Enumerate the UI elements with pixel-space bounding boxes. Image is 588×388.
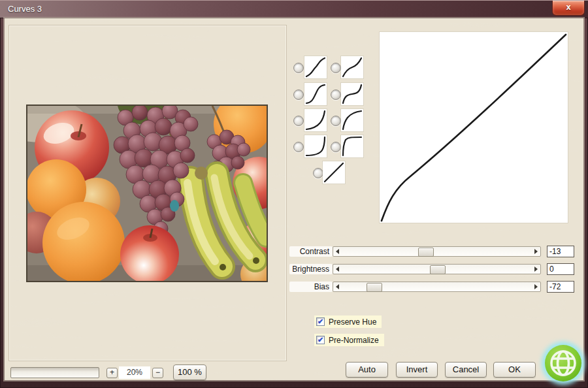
bias-value-field[interactable]: -72 — [547, 281, 574, 293]
invert-button[interactable]: Invert — [396, 362, 438, 378]
preset-inverse-s-mild-radio[interactable] — [331, 63, 341, 73]
bias-slider-thumb[interactable] — [367, 283, 382, 292]
close-icon: x — [566, 2, 570, 12]
slider-right-arrow-icon[interactable] — [532, 247, 540, 256]
bias-slider-row: Bias -72 — [5, 282, 583, 293]
preset-s-curve-mild-thumbnail[interactable] — [304, 56, 327, 78]
zoom-level-display: 20% — [119, 366, 150, 379]
plus-icon: + — [110, 368, 114, 377]
full-zoom-button[interactable]: 100 % — [173, 364, 206, 380]
brightness-slider-row: Brightness 0 — [5, 264, 583, 276]
preserve-hue-label: Preserve Hue — [329, 317, 376, 327]
preset-linear-reset-thumbnail[interactable] — [323, 161, 345, 184]
slider-left-arrow-icon[interactable] — [333, 247, 342, 256]
contrast-slider-thumb[interactable] — [418, 248, 434, 257]
preserve-hue-option[interactable]: ✔ Preserve Hue — [314, 315, 382, 328]
checkmark-icon: ✔ — [318, 336, 323, 344]
pre-normalize-label: Pre-Normalize — [329, 336, 379, 345]
auto-button[interactable]: Auto — [346, 362, 388, 378]
checkmark-icon: ✔ — [318, 318, 323, 325]
cancel-button[interactable]: Cancel — [445, 362, 487, 378]
preview-panel — [8, 25, 287, 361]
preset-s-curve-strong-radio[interactable] — [293, 89, 304, 100]
contrast-slider-row: Contrast -13 — [5, 246, 583, 258]
brightness-value-field[interactable]: 0 — [547, 263, 574, 275]
zoom-in-button[interactable]: + — [106, 368, 118, 378]
preset-s-curve-mild-radio[interactable] — [293, 63, 304, 73]
window-title: Curves 3 — [8, 0, 42, 18]
pre-normalize-option[interactable]: ✔ Pre-Normalize — [314, 334, 384, 346]
preset-gamma-darken-strong-thumbnail[interactable] — [304, 135, 327, 157]
progress-bar — [10, 367, 99, 378]
preserve-hue-checkbox[interactable]: ✔ — [316, 317, 325, 326]
preset-s-curve-strong-thumbnail[interactable] — [304, 83, 327, 105]
curve-display[interactable] — [380, 32, 568, 223]
preset-linear-reset-radio[interactable] — [313, 168, 323, 178]
contrast-label: Contrast — [289, 246, 333, 257]
titlebar[interactable]: Curves 3 x — [0, 0, 588, 18]
contrast-slider[interactable] — [333, 246, 541, 257]
slider-right-arrow-icon[interactable] — [532, 265, 540, 274]
bias-slider[interactable] — [333, 282, 541, 292]
pre-normalize-checkbox[interactable]: ✔ — [316, 336, 325, 344]
preset-gamma-brighten-mild-thumbnail[interactable] — [341, 109, 363, 131]
zoom-out-button[interactable]: − — [152, 368, 163, 378]
brightness-slider-thumb[interactable] — [430, 265, 446, 274]
close-button[interactable]: x — [552, 1, 585, 16]
preset-gamma-brighten-strong-thumbnail[interactable] — [341, 135, 363, 157]
slider-left-arrow-icon[interactable] — [333, 282, 342, 291]
dialog-body: Contrast -13 Brightness 0 Bias — [5, 18, 583, 380]
preset-inverse-s-strong-radio[interactable] — [331, 89, 341, 100]
globe-icon[interactable] — [537, 337, 588, 388]
preset-gamma-darken-mild-radio[interactable] — [293, 116, 304, 126]
contrast-value-field[interactable]: -13 — [547, 246, 574, 257]
brightness-slider[interactable] — [333, 264, 541, 274]
curves-dialog-window: Curves 3 x — [0, 0, 588, 388]
preset-gamma-darken-strong-radio[interactable] — [293, 142, 304, 152]
preset-inverse-s-strong-thumbnail[interactable] — [341, 83, 363, 105]
slider-right-arrow-icon[interactable] — [532, 282, 540, 291]
ok-button[interactable]: OK — [493, 362, 536, 378]
bias-label: Bias — [289, 282, 333, 292]
preset-inverse-s-mild-thumbnail[interactable] — [341, 56, 363, 78]
brightness-label: Brightness — [289, 264, 333, 274]
slider-left-arrow-icon[interactable] — [333, 265, 342, 274]
preset-gamma-darken-mild-thumbnail[interactable] — [304, 109, 327, 131]
preset-gamma-brighten-strong-radio[interactable] — [331, 142, 341, 152]
minus-icon: − — [155, 368, 160, 377]
tone-curve — [380, 32, 568, 223]
preset-gamma-brighten-mild-radio[interactable] — [331, 116, 341, 126]
